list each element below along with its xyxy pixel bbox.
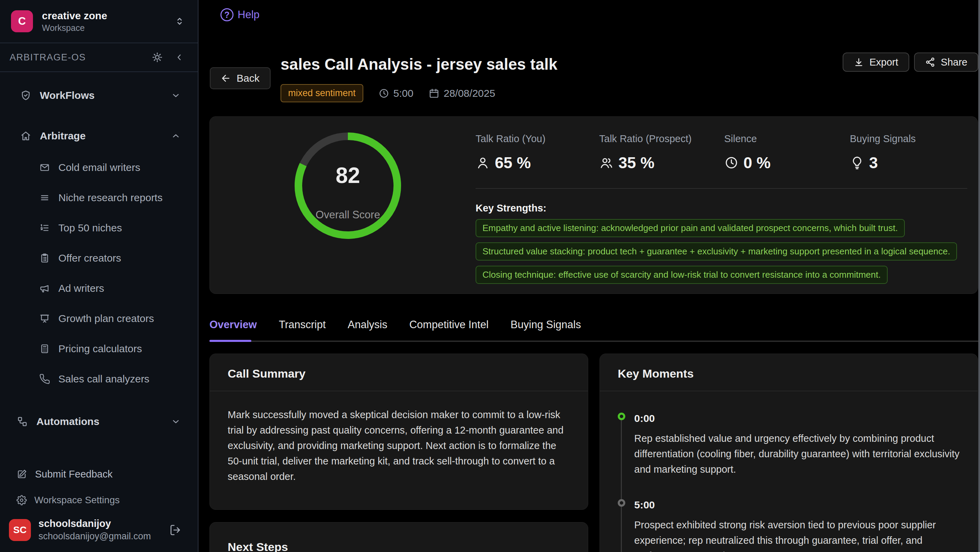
sidebar-item-sales-call-analyzers[interactable]: Sales call analyzers	[0, 364, 198, 394]
chevron-up-icon	[171, 131, 181, 141]
stat-label: Talk Ratio (Prospect)	[599, 133, 692, 145]
stat-talk-ratio-prospect: Talk Ratio (Prospect) 35 %	[599, 133, 692, 172]
users-icon	[599, 156, 614, 170]
call-duration-value: 5:00	[393, 87, 414, 99]
share-button[interactable]: Share	[914, 52, 978, 72]
sidebar-item-workflows[interactable]: WorkFlows	[0, 80, 198, 111]
workspace-type-label: Workspace	[42, 23, 107, 33]
sidebar-nav: WorkFlows Arbitrage C	[0, 72, 198, 437]
sidebar-collapse-icon[interactable]	[175, 52, 184, 62]
stats-divider	[476, 188, 967, 189]
page-title: sales Call Analysis - jersey sales talk	[280, 55, 557, 73]
stat-silence: Silence 0 %	[724, 133, 770, 172]
call-summary-title: Call Summary	[228, 367, 570, 380]
key-moment: 0:00 Rep established value and urgency e…	[618, 410, 960, 477]
moment-text: Rep established value and urgency effect…	[634, 431, 960, 477]
sidebar-item-cold-email-writers[interactable]: Cold email writers	[0, 153, 198, 183]
export-button[interactable]: Export	[843, 52, 909, 72]
vertical-scrollbar[interactable]	[978, 0, 980, 552]
user-icon	[476, 156, 490, 170]
sidebar-item-label: Growth plan creators	[58, 313, 154, 325]
question-circle-icon: ?	[220, 8, 234, 21]
user-profile[interactable]: SC schoolsdanijoy schoolsdanijoy@gmail.c…	[0, 513, 197, 545]
sidebar-item-niche-research-reports[interactable]: Niche research reports	[0, 183, 198, 213]
workspace-avatar: C	[11, 10, 33, 32]
clock-icon	[379, 88, 390, 99]
sidebar-item-automations[interactable]: Automations	[0, 406, 198, 437]
clock-icon	[724, 156, 738, 170]
stat-value: 0 %	[743, 153, 770, 172]
ordered-list-icon	[39, 223, 50, 234]
workspace-name: creative zone	[42, 10, 107, 22]
sentiment-badge: mixed sentiment	[280, 84, 363, 102]
back-label: Back	[237, 72, 259, 84]
workspace-settings-button[interactable]: Workspace Settings	[0, 487, 197, 513]
tab-analysis[interactable]: Analysis	[348, 318, 387, 340]
theme-toggle-sun-icon[interactable]	[152, 52, 163, 63]
tab-buying-signals[interactable]: Buying Signals	[511, 318, 581, 340]
export-label: Export	[869, 57, 898, 68]
sidebar: C creative zone Workspace ARBITRAGE-OS	[0, 0, 199, 552]
key-strengths: Key Strengths: Empathy and active listen…	[476, 202, 957, 284]
stat-buying-signals: Buying Signals 3	[850, 133, 916, 172]
call-date-value: 28/08/2025	[444, 87, 495, 99]
moment-time: 0:00	[634, 410, 960, 426]
sidebar-item-offer-creators[interactable]: Offer creators	[0, 243, 198, 273]
phone-icon	[39, 374, 50, 385]
key-strengths-title: Key Strengths:	[476, 202, 957, 214]
tab-competitive-intel[interactable]: Competitive Intel	[409, 318, 488, 340]
logout-icon[interactable]	[169, 524, 181, 536]
sidebar-footer: Submit Feedback Workspace Settings SC sc…	[0, 461, 197, 552]
sidebar-section-header: ARBITRAGE-OS	[0, 43, 198, 72]
presentation-icon	[39, 313, 50, 324]
sidebar-item-label: Automations	[37, 416, 99, 427]
next-steps-card: Next Steps	[210, 522, 588, 552]
workflow-icon	[16, 416, 28, 427]
help-link[interactable]: ? Help	[220, 8, 259, 21]
sidebar-item-label: Pricing calculators	[58, 343, 142, 355]
arbitrage-submenu: Cold email writers Niche research report…	[0, 153, 198, 394]
submit-feedback-button[interactable]: Submit Feedback	[0, 461, 197, 487]
call-date: 28/08/2025	[428, 87, 495, 99]
timeline-dot-green	[618, 413, 625, 420]
submit-feedback-label: Submit Feedback	[35, 469, 113, 480]
sidebar-item-growth-plan-creators[interactable]: Growth plan creators	[0, 304, 198, 334]
sidebar-item-label: Offer creators	[58, 252, 121, 264]
call-meta-row: mixed sentiment 5:00 28/08/2025	[280, 84, 495, 102]
user-name: schoolsdanijoy	[38, 518, 151, 529]
score-card: 82 Overall Score Talk Ratio (You) 65 % T…	[210, 116, 978, 294]
tab-underline-track	[210, 340, 979, 342]
tab-transcript[interactable]: Transcript	[279, 318, 326, 340]
back-button[interactable]: Back	[210, 67, 270, 89]
workspace-settings-label: Workspace Settings	[34, 495, 120, 506]
sidebar-item-label: Sales call analyzers	[58, 373, 150, 385]
overall-score-ring: 82 Overall Score	[294, 132, 401, 239]
call-summary-card: Call Summary Mark successfully moved a s…	[210, 353, 588, 510]
overall-score-value: 82	[294, 163, 401, 188]
sidebar-item-pricing-calculators[interactable]: Pricing calculators	[0, 334, 198, 364]
main-content: ? Help Export Share Back sales	[199, 0, 980, 552]
stat-value: 3	[869, 153, 878, 172]
sidebar-item-ad-writers[interactable]: Ad writers	[0, 273, 198, 304]
timeline-dot-gray	[618, 499, 625, 507]
overall-score-label: Overall Score	[294, 209, 401, 221]
strength-chip: Empathy and active listening: acknowledg…	[476, 219, 905, 237]
sidebar-item-label: Niche research reports	[58, 192, 162, 204]
sidebar-item-label: WorkFlows	[40, 90, 94, 101]
strength-chip: Structured value stacking: product tech …	[476, 242, 957, 261]
tab-overview[interactable]: Overview	[210, 318, 257, 340]
call-summary-body: Mark successfully moved a skeptical deci…	[210, 391, 588, 500]
stat-value: 35 %	[619, 153, 654, 172]
share-icon	[925, 57, 935, 67]
stat-label: Talk Ratio (You)	[476, 133, 546, 145]
sidebar-item-arbitrage[interactable]: Arbitrage	[0, 120, 198, 152]
moment-time: 5:00	[634, 497, 960, 512]
workspace-switcher[interactable]: C creative zone Workspace	[0, 0, 198, 43]
sidebar-item-label: Ad writers	[58, 283, 104, 294]
sidebar-item-top-50-niches[interactable]: Top 50 niches	[0, 213, 198, 243]
shield-check-icon	[20, 90, 32, 101]
strength-chip: Closing technique: effective use of scar…	[476, 266, 888, 284]
share-label: Share	[941, 57, 967, 68]
chevron-down-icon	[171, 417, 181, 426]
workspace-selector-icon[interactable]	[174, 16, 185, 27]
